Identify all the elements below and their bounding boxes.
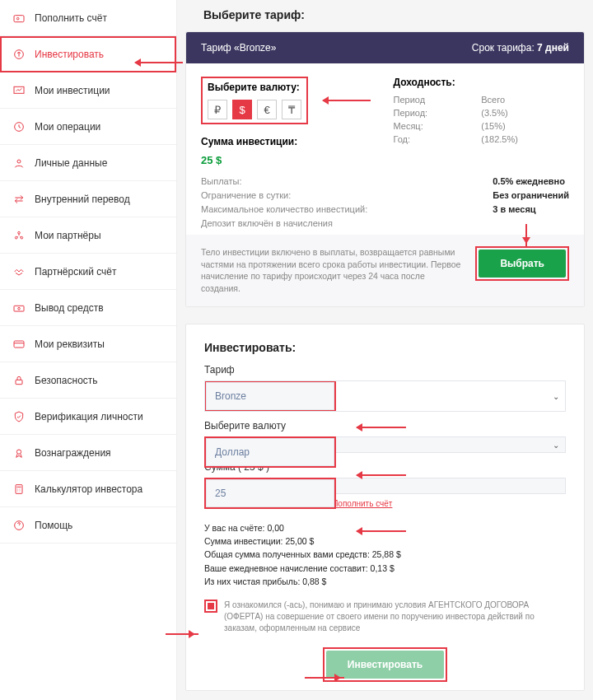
choose-button[interactable]: Выбрать: [479, 250, 566, 278]
sidebar-item-label: Инвестировать: [35, 49, 104, 60]
svg-rect-9: [14, 306, 24, 311]
svg-rect-14: [16, 484, 22, 493]
svg-point-10: [18, 307, 21, 310]
sidebar-item-calculator[interactable]: Калькулятор инвестора: [0, 471, 176, 507]
annotation-arrow-icon: [357, 530, 406, 532]
select-tariff-title: Выберите тариф:: [203, 8, 585, 21]
transfer-icon: [12, 192, 26, 207]
annotation-arrow-icon: [135, 62, 183, 63]
lock-icon: [12, 373, 26, 388]
agree-checkbox[interactable]: [204, 600, 217, 613]
svg-rect-12: [16, 380, 22, 384]
annotation-arrow-icon: [166, 633, 198, 635]
sidebar-item-label: Калькулятор инвестора: [35, 483, 142, 495]
sum-value: 25 $: [201, 154, 377, 166]
svg-point-13: [16, 450, 21, 454]
partners-icon: [12, 228, 26, 243]
tariff-card: Тариф «Bronze» Срок тарифа: 7 дней Выбер…: [185, 31, 585, 307]
currency-kzt-button[interactable]: ₸: [282, 100, 301, 119]
sidebar-item-label: Личные данные: [35, 157, 107, 169]
sidebar-item-label: Верификация личности: [35, 411, 143, 422]
sidebar-item-rewards[interactable]: Вознаграждения: [0, 435, 176, 471]
svg-point-5: [17, 160, 21, 163]
annotation-arrow-icon: [357, 427, 406, 428]
sidebar-item-label: Вознаграждения: [35, 447, 111, 459]
shield-icon: [12, 409, 26, 424]
cash-icon: [12, 301, 26, 315]
sidebar-item-myinvest[interactable]: Мои инвестиции: [0, 72, 176, 109]
sidebar-item-partners[interactable]: Мои партнёры: [0, 217, 176, 254]
user-icon: [12, 156, 26, 170]
help-icon: [12, 518, 26, 533]
sidebar-item-verification[interactable]: Верификация личности: [0, 399, 176, 435]
sidebar-item-label: Пополнить счёт: [35, 12, 107, 24]
chevron-down-icon: ⌄: [553, 440, 559, 449]
sidebar-item-topup[interactable]: Пополнить счёт: [0, 0, 176, 36]
annotation-arrow-icon: [525, 224, 527, 247]
sidebar-item-label: Мои партнёры: [35, 230, 101, 241]
sidebar-item-requisites[interactable]: Мои реквизиты: [0, 326, 176, 362]
main-content: Выберите тариф: Тариф «Bronze» Срок тари…: [177, 0, 593, 700]
invest-title: Инвестировать:: [204, 341, 584, 354]
sidebar-item-label: Мои инвестиции: [35, 85, 110, 96]
handshake-icon: [12, 264, 26, 279]
sum-label: Сумма инвестиции:: [201, 136, 377, 147]
wallet-icon: [12, 11, 26, 26]
card-icon: [12, 337, 26, 352]
svg-point-6: [18, 231, 21, 234]
yield-label: Доходность:: [394, 77, 570, 88]
tariff-duration: Срок тарифа: 7 дней: [472, 42, 569, 54]
calculator-icon: [12, 482, 26, 497]
currency-eur-button[interactable]: €: [257, 100, 277, 119]
currency-usd-button[interactable]: $: [232, 100, 252, 119]
form-tariff-label: Тариф: [204, 364, 566, 376]
annotation-arrow-icon: [305, 677, 344, 679]
sidebar-item-label: Партнёрский счёт: [35, 266, 116, 278]
currency-label: Выберите валюту:: [208, 82, 301, 93]
tariff-footnote: Тело инвестиции включено в выплаты, возв…: [201, 246, 460, 295]
sidebar-item-label: Вывод средств: [35, 302, 104, 314]
annotation-arrow-icon: [323, 100, 371, 101]
sidebar-item-label: Безопасность: [35, 375, 98, 386]
sidebar-item-label: Мои реквизиты: [35, 338, 105, 350]
sidebar-item-label: Мои операции: [35, 121, 100, 133]
clock-icon: [12, 119, 26, 134]
agree-text: Я ознакомился (-ась), понимаю и принимаю…: [224, 600, 566, 634]
currency-select[interactable]: Доллар: [206, 438, 334, 466]
annotation-arrow-icon: [357, 474, 406, 476]
sidebar-item-withdraw[interactable]: Вывод средств: [0, 290, 176, 326]
sum-input[interactable]: [206, 479, 334, 507]
tariff-name: Тариф «Bronze»: [201, 42, 276, 54]
sidebar-item-label: Внутренний перевод: [35, 194, 130, 205]
invest-form: Инвестировать: Тариф Bronze ⌄ Выберите в…: [185, 324, 585, 691]
sidebar-item-invest[interactable]: Инвестировать: [0, 36, 176, 72]
sidebar-item-operations[interactable]: Мои операции: [0, 109, 176, 145]
invest-icon: [12, 47, 26, 62]
tariff-header: Тариф «Bronze» Срок тарифа: 7 дней: [186, 32, 584, 63]
svg-point-1: [16, 17, 19, 20]
sidebar-item-partner-account[interactable]: Партнёрский счёт: [0, 254, 176, 290]
sidebar-item-transfer[interactable]: Внутренний перевод: [0, 181, 176, 217]
medal-icon: [12, 446, 26, 460]
form-currency-label: Выберите валюту: [204, 420, 566, 432]
currency-rub-button[interactable]: ₽: [208, 100, 227, 119]
topup-link[interactable]: Пополнить счёт: [332, 499, 392, 508]
sidebar-item-help[interactable]: Помощь: [0, 507, 176, 544]
sidebar-item-profile[interactable]: Личные данные: [0, 145, 176, 181]
currency-select-box: Выберите валюту: ₽ $ € ₸: [201, 77, 308, 124]
svg-rect-11: [14, 341, 24, 348]
sidebar-item-security[interactable]: Безопасность: [0, 362, 176, 399]
sidebar-item-label: Помощь: [35, 520, 72, 531]
sidebar: Пополнить счёт Инвестировать Мои инвести…: [0, 0, 177, 700]
chart-icon: [12, 83, 26, 98]
